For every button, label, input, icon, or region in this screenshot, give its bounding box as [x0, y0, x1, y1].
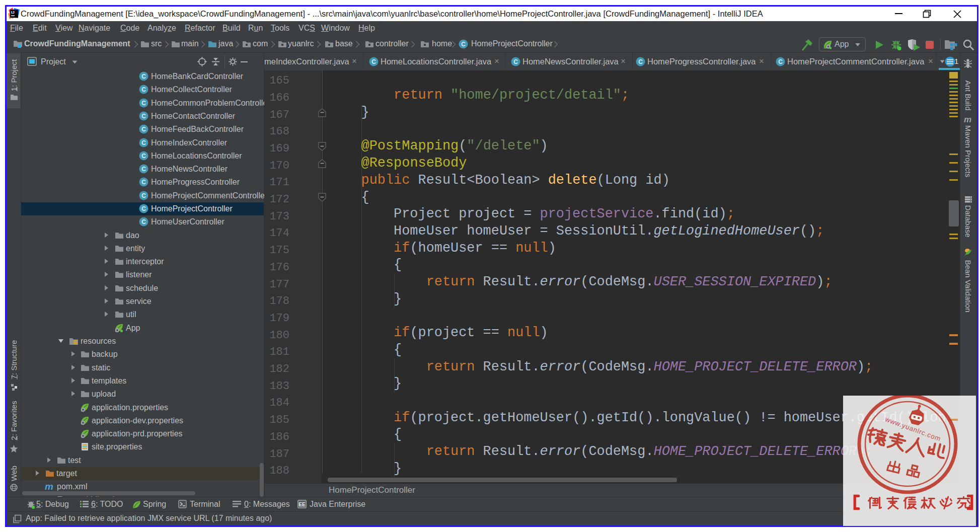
svg-text:C: C	[778, 58, 783, 65]
svg-text:C: C	[141, 139, 146, 146]
svg-text:C: C	[141, 113, 146, 120]
svg-text:IJ: IJ	[11, 10, 15, 15]
svg-text:C: C	[141, 126, 146, 133]
svg-text:C: C	[513, 58, 518, 65]
svg-text:C: C	[141, 205, 146, 212]
svg-text:C: C	[141, 166, 146, 173]
svg-text:C: C	[141, 218, 146, 225]
svg-text:C: C	[141, 86, 146, 93]
svg-text:C: C	[371, 58, 376, 65]
svg-text:C: C	[141, 153, 146, 160]
svg-text:C: C	[141, 73, 146, 80]
svg-text:C: C	[461, 41, 466, 48]
svg-text:C: C	[141, 100, 146, 107]
svg-text:C: C	[141, 179, 146, 186]
svg-text:C: C	[141, 192, 146, 199]
svg-text:C: C	[638, 58, 643, 65]
svg-text:EE: EE	[298, 502, 306, 507]
